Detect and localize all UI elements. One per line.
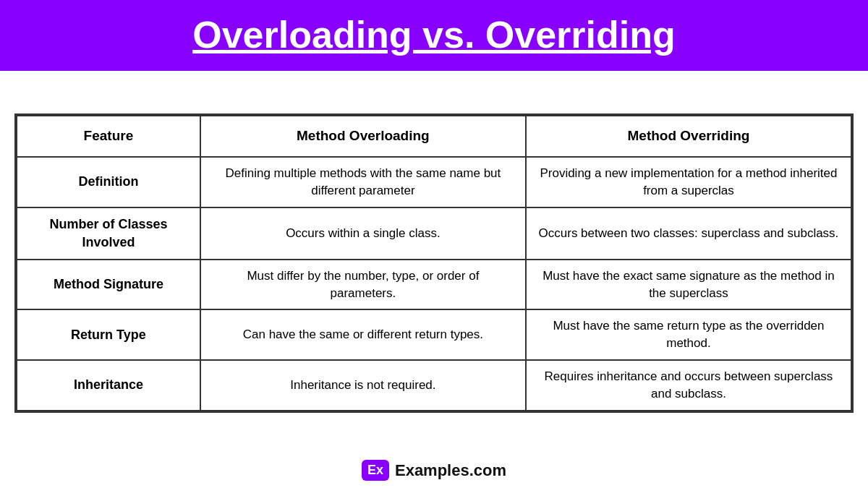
table-row: InheritanceInheritance is not required.R… [17, 360, 851, 411]
col-header-overriding: Method Overriding [526, 116, 851, 157]
cell-overloading-0: Defining multiple methods with the same … [200, 157, 526, 207]
footer-section: Ex Examples.com [0, 454, 868, 488]
cell-feature-1: Number of Classes Involved [17, 207, 200, 260]
cell-overriding-2: Must have the exact same signature as th… [526, 260, 851, 310]
cell-feature-3: Return Type [17, 309, 200, 360]
cell-overloading-1: Occurs within a single class. [200, 207, 526, 260]
table-header-row: Feature Method Overloading Method Overri… [17, 116, 851, 157]
footer-site: Examples.com [395, 461, 506, 480]
page-title: Overloading vs. Overriding [192, 13, 676, 56]
col-header-overloading: Method Overloading [200, 116, 526, 157]
table-row: Number of Classes InvolvedOccurs within … [17, 207, 851, 260]
comparison-table: Feature Method Overloading Method Overri… [16, 115, 852, 411]
cell-overloading-4: Inheritance is not required. [200, 360, 526, 411]
cell-overloading-2: Must differ by the number, type, or orde… [200, 260, 526, 310]
cell-feature-0: Definition [17, 157, 200, 207]
table-row: Method SignatureMust differ by the numbe… [17, 260, 851, 310]
col-header-feature: Feature [17, 116, 200, 157]
table-row: DefinitionDefining multiple methods with… [17, 157, 851, 207]
comparison-table-wrapper: Feature Method Overloading Method Overri… [14, 114, 854, 412]
cell-overriding-4: Requires inheritance and occurs between … [526, 360, 851, 411]
cell-overloading-3: Can have the same or different return ty… [200, 309, 526, 360]
cell-overriding-3: Must have the same return type as the ov… [526, 309, 851, 360]
header-section: Overloading vs. Overriding [0, 0, 868, 71]
cell-feature-4: Inheritance [17, 360, 200, 411]
cell-overriding-0: Providing a new implementation for a met… [526, 157, 851, 207]
main-content: Feature Method Overloading Method Overri… [0, 71, 868, 454]
table-row: Return TypeCan have the same or differen… [17, 309, 851, 360]
cell-feature-2: Method Signature [17, 260, 200, 310]
ex-logo: Ex [362, 460, 389, 481]
cell-overriding-1: Occurs between two classes: superclass a… [526, 207, 851, 260]
